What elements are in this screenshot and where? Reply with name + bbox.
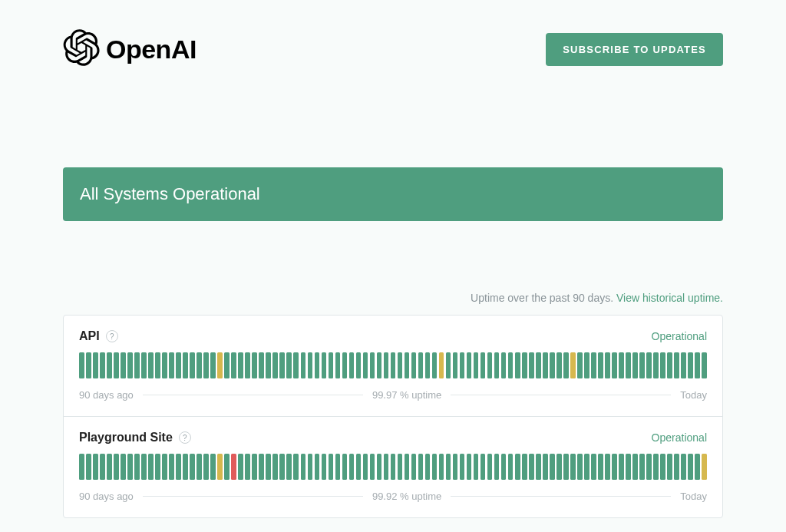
uptime-bar[interactable] xyxy=(86,352,91,378)
uptime-bar[interactable] xyxy=(79,352,84,378)
uptime-bar[interactable] xyxy=(183,352,188,378)
uptime-bar[interactable] xyxy=(342,352,348,378)
uptime-bar[interactable] xyxy=(626,352,631,378)
help-icon[interactable]: ? xyxy=(179,431,191,444)
uptime-bar[interactable] xyxy=(210,454,216,480)
uptime-bar[interactable] xyxy=(370,454,375,480)
uptime-bar[interactable] xyxy=(405,454,410,480)
uptime-bar[interactable] xyxy=(148,454,154,480)
uptime-bar[interactable] xyxy=(363,454,368,480)
uptime-bar[interactable] xyxy=(591,454,596,480)
uptime-bar[interactable] xyxy=(681,352,686,378)
uptime-bar[interactable] xyxy=(626,454,631,480)
uptime-bar[interactable] xyxy=(93,352,98,378)
uptime-bar[interactable] xyxy=(259,352,264,378)
uptime-bar[interactable] xyxy=(453,454,458,480)
uptime-bar[interactable] xyxy=(439,352,444,378)
uptime-bar[interactable] xyxy=(370,352,375,378)
uptime-bar[interactable] xyxy=(322,454,327,480)
uptime-bar[interactable] xyxy=(329,352,334,378)
uptime-bar[interactable] xyxy=(515,352,520,378)
uptime-bar[interactable] xyxy=(308,352,313,378)
uptime-bar[interactable] xyxy=(508,352,514,378)
uptime-bar[interactable] xyxy=(688,454,693,480)
uptime-bar[interactable] xyxy=(591,352,596,378)
uptime-bar[interactable] xyxy=(667,352,672,378)
uptime-bar[interactable] xyxy=(349,352,355,378)
uptime-bar[interactable] xyxy=(598,352,603,378)
uptime-bar[interactable] xyxy=(238,352,243,378)
uptime-bar[interactable] xyxy=(127,352,133,378)
uptime-bar[interactable] xyxy=(356,454,362,480)
uptime-bar[interactable] xyxy=(674,454,679,480)
uptime-bar[interactable] xyxy=(418,352,424,378)
uptime-bar[interactable] xyxy=(467,352,472,378)
uptime-bar[interactable] xyxy=(446,352,451,378)
uptime-bar[interactable] xyxy=(646,454,652,480)
uptime-bar[interactable] xyxy=(245,454,250,480)
uptime-bar[interactable] xyxy=(619,454,624,480)
uptime-bar[interactable] xyxy=(252,352,257,378)
logo[interactable]: OpenAI xyxy=(63,29,196,69)
uptime-bar[interactable] xyxy=(217,352,223,378)
uptime-bar[interactable] xyxy=(487,352,493,378)
uptime-bar[interactable] xyxy=(252,454,257,480)
uptime-bar[interactable] xyxy=(556,454,562,480)
uptime-bar[interactable] xyxy=(695,454,700,480)
uptime-bar[interactable] xyxy=(356,352,362,378)
uptime-bar[interactable] xyxy=(425,352,431,378)
uptime-bar[interactable] xyxy=(494,454,500,480)
uptime-bar[interactable] xyxy=(508,454,514,480)
uptime-bar[interactable] xyxy=(702,352,707,378)
uptime-bar[interactable] xyxy=(349,454,355,480)
uptime-bar[interactable] xyxy=(612,454,617,480)
uptime-bar[interactable] xyxy=(494,352,500,378)
uptime-bar[interactable] xyxy=(127,454,133,480)
uptime-bar[interactable] xyxy=(335,454,341,480)
uptime-bar[interactable] xyxy=(141,454,147,480)
uptime-bar[interactable] xyxy=(322,352,327,378)
uptime-bar[interactable] xyxy=(432,454,438,480)
uptime-bar[interactable] xyxy=(210,352,216,378)
uptime-bar[interactable] xyxy=(301,352,306,378)
uptime-bar[interactable] xyxy=(293,352,299,378)
uptime-bar[interactable] xyxy=(681,454,686,480)
uptime-bar[interactable] xyxy=(577,454,583,480)
uptime-bar[interactable] xyxy=(231,454,236,480)
uptime-bar[interactable] xyxy=(286,454,292,480)
uptime-bar[interactable] xyxy=(308,454,313,480)
uptime-bar[interactable] xyxy=(266,352,271,378)
uptime-bar[interactable] xyxy=(391,454,396,480)
uptime-bar[interactable] xyxy=(155,454,160,480)
uptime-bar[interactable] xyxy=(329,454,334,480)
uptime-bar[interactable] xyxy=(446,454,451,480)
uptime-bar[interactable] xyxy=(272,454,278,480)
uptime-bar[interactable] xyxy=(245,352,250,378)
uptime-bar[interactable] xyxy=(134,454,140,480)
historical-uptime-link[interactable]: View historical uptime. xyxy=(616,292,723,304)
uptime-bar[interactable] xyxy=(556,352,562,378)
uptime-bar[interactable] xyxy=(660,454,665,480)
uptime-bar[interactable] xyxy=(646,352,652,378)
uptime-bar[interactable] xyxy=(155,352,160,378)
uptime-bar[interactable] xyxy=(522,454,527,480)
uptime-bar[interactable] xyxy=(238,454,243,480)
uptime-bar[interactable] xyxy=(439,454,444,480)
uptime-bar[interactable] xyxy=(460,454,465,480)
uptime-bar[interactable] xyxy=(217,454,223,480)
uptime-bar[interactable] xyxy=(425,454,431,480)
uptime-bar[interactable] xyxy=(695,352,700,378)
uptime-bar[interactable] xyxy=(231,352,236,378)
uptime-bar[interactable] xyxy=(522,352,527,378)
uptime-bar[interactable] xyxy=(169,352,174,378)
uptime-bar[interactable] xyxy=(377,454,382,480)
uptime-bar[interactable] xyxy=(563,352,569,378)
uptime-bar[interactable] xyxy=(315,352,320,378)
uptime-bar[interactable] xyxy=(169,454,174,480)
uptime-bar[interactable] xyxy=(224,454,230,480)
uptime-bar[interactable] xyxy=(377,352,382,378)
uptime-bar[interactable] xyxy=(148,352,154,378)
uptime-bar[interactable] xyxy=(335,352,341,378)
uptime-bar[interactable] xyxy=(584,352,590,378)
uptime-bar[interactable] xyxy=(619,352,624,378)
